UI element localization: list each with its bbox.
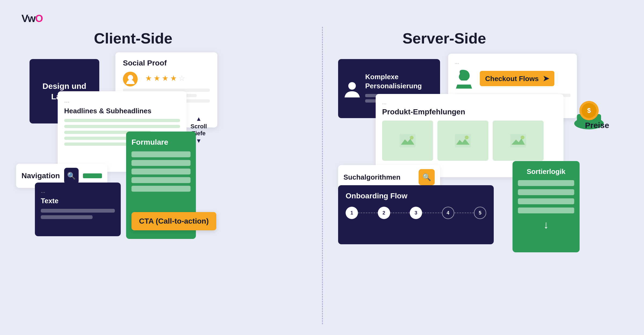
- form-line-1: [131, 151, 191, 157]
- vwo-logo: VwO: [21, 13, 42, 24]
- scroll-down-icon: ▼: [196, 137, 202, 144]
- checkout-dots: ...: [455, 59, 570, 65]
- svg-rect-5: [455, 134, 471, 147]
- texte-dots: ...: [41, 188, 115, 194]
- sortier-line-2: [518, 189, 574, 195]
- such-search-box: 🔍: [419, 169, 435, 185]
- cta-label: CTA (Call-to-action): [139, 217, 209, 225]
- produkt-image-2: [437, 121, 488, 161]
- star-2: ★: [153, 74, 160, 83]
- such-search-icon: 🔍: [422, 173, 431, 181]
- onboarding-step-5: 5: [474, 207, 486, 219]
- svg-point-1: [128, 75, 133, 80]
- sortier-down-arrow: ↓: [543, 219, 549, 231]
- stamp-icon: [455, 68, 473, 91]
- svg-point-8: [521, 136, 524, 139]
- checkout-badge: Checkout Flows ➤: [480, 71, 554, 86]
- star-3: ★: [162, 74, 169, 83]
- headlines-title: Headlines & Subheadlines: [64, 107, 180, 115]
- nav-green-bar: [83, 173, 102, 178]
- cta-button[interactable]: CTA (Call-to-action): [131, 212, 216, 230]
- logo-v: V: [21, 13, 28, 24]
- onboarding-steps: 1 2 3 4 5: [346, 207, 486, 219]
- star-5: ☆: [178, 74, 185, 83]
- svg-point-4: [410, 136, 414, 140]
- onboarding-step-3: 3: [410, 207, 422, 219]
- onboarding-step-1: 1: [346, 207, 358, 219]
- navigation-label: Navigation: [21, 172, 60, 180]
- checkout-badge-area: Checkout Flows ➤: [480, 71, 554, 89]
- svg-text:$: $: [587, 107, 591, 114]
- person-icon: [343, 80, 361, 97]
- komplex-title: Komplexe Personalisierung: [365, 72, 435, 91]
- produkt-title: Produkt-Empfehlungen: [382, 108, 557, 116]
- headlines-dots: ...: [64, 97, 180, 104]
- texte-line-1: [41, 209, 115, 213]
- produkt-image-3: [493, 121, 544, 161]
- svg-rect-3: [400, 134, 416, 147]
- star-rating: ★ ★ ★ ★ ☆: [145, 72, 185, 83]
- content-line-2: [64, 125, 180, 128]
- step-line-4: [454, 213, 474, 213]
- svg-point-2: [348, 82, 356, 90]
- onboarding-step-2: 2: [378, 207, 390, 219]
- client-side-title: Client-Side: [94, 30, 172, 47]
- onboarding-title: Onboarding Flow: [346, 192, 486, 200]
- sortierlogik-card: Sortierlogik ↓: [513, 161, 580, 252]
- sortier-line-4: [518, 207, 574, 213]
- formulare-title: Formulare: [131, 138, 191, 147]
- checkout-arrow-icon: ➤: [543, 74, 549, 83]
- svg-rect-7: [510, 134, 526, 147]
- such-label: Suchalgorithmen: [343, 173, 415, 181]
- content-line-1: [64, 119, 180, 122]
- form-line-3: [131, 169, 191, 174]
- onboarding-flow-card: Onboarding Flow 1 2 3 4 5: [338, 185, 494, 244]
- step-line-2: [390, 213, 410, 213]
- texte-card: ... Texte: [35, 183, 121, 236]
- sortier-line-1: [518, 180, 574, 186]
- star-1: ★: [145, 74, 152, 83]
- texte-line-2: [41, 215, 93, 219]
- server-side-title: Server-Side: [402, 30, 486, 47]
- checkout-label: Checkout Flows: [485, 75, 539, 83]
- form-line-4: [131, 177, 191, 183]
- texte-title: Texte: [41, 197, 115, 205]
- form-line-5: [131, 186, 191, 192]
- onboarding-step-4: 4: [442, 207, 454, 219]
- form-line-2: [131, 160, 191, 166]
- logo-w: w: [28, 13, 35, 24]
- scroll-up-icon: ▲: [196, 115, 202, 122]
- step-line-3: [422, 213, 442, 213]
- sortier-line-3: [518, 198, 574, 204]
- reviewer-avatar: [123, 72, 138, 86]
- social-proof-title: Social Proof: [123, 59, 210, 67]
- logo-o: O: [35, 13, 43, 24]
- sortier-title: Sortierlogik: [518, 168, 574, 176]
- star-4: ★: [170, 74, 177, 83]
- produkt-image-1: [382, 121, 433, 161]
- produkt-images-row: [382, 121, 557, 161]
- navigation-search-box: 🔍: [64, 168, 79, 184]
- svg-point-6: [465, 136, 469, 139]
- search-icon: 🔍: [67, 172, 76, 180]
- produkt-dots: ...: [382, 99, 557, 105]
- section-divider: [322, 27, 323, 324]
- step-line-1: [358, 213, 378, 213]
- preise-label: Preise: [585, 121, 609, 130]
